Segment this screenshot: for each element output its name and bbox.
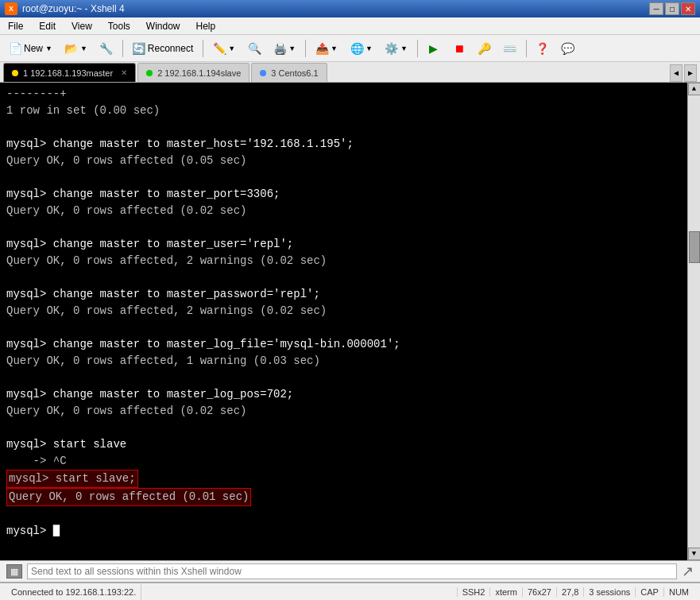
scrollbar-down[interactable]: ▼ — [688, 548, 701, 560]
menu-edit[interactable]: Edit — [31, 17, 64, 34]
tab-master[interactable]: 1 192.168.1.193master ✕ — [3, 63, 136, 82]
minimize-button[interactable]: ─ — [649, 2, 663, 15]
title-bar-text: X root@zuoyu:~ - Xshell 4 — [5, 2, 125, 15]
new-button[interactable]: 📄 New ▼ — [3, 38, 58, 59]
terminal-line-0: --------+ — [6, 87, 67, 100]
status-protocol: SSH2 — [457, 587, 490, 597]
transfer-icon: 📤 — [315, 42, 328, 55]
world-icon: 🌐 — [350, 42, 363, 55]
tab-bar: 1 192.168.1.193master ✕ 2 192.168.1.194s… — [0, 62, 700, 83]
terminal-line-10: Query OK, 0 rows affected, 2 warnings (0… — [6, 254, 327, 267]
app-icon: X — [5, 2, 17, 15]
macro-button[interactable]: ⚙️ ▼ — [380, 38, 413, 59]
properties-icon: 🔧 — [100, 42, 113, 55]
help-icon: ❓ — [536, 42, 549, 55]
title-label: root@zuoyu:~ - Xshell 4 — [22, 3, 125, 14]
keyboard-icon: ⌨️ — [504, 42, 516, 55]
print-dropdown-icon: ▼ — [288, 45, 296, 52]
status-right: SSH2 xterm 76x27 27,8 3 sessions CAP NUM — [457, 587, 694, 597]
scrollbar[interactable]: ▲ ▼ — [687, 83, 700, 560]
title-controls: ─ □ ✕ — [649, 2, 695, 15]
print-icon: 🖨️ — [273, 42, 286, 55]
scrollbar-track[interactable] — [688, 95, 700, 548]
status-bar: Connected to 192.168.1.193:22. SSH2 xter… — [0, 583, 700, 600]
terminal-line-26: mysql> █ — [6, 525, 60, 537]
session-send-button[interactable]: ↗ — [682, 563, 694, 580]
status-term: xterm — [489, 587, 522, 597]
world-button[interactable]: 🌐 ▼ — [345, 38, 378, 59]
world-dropdown-icon: ▼ — [365, 45, 373, 52]
help-button[interactable]: ❓ — [531, 38, 555, 59]
transfer-dropdown-icon: ▼ — [331, 45, 338, 52]
comment-icon: 💬 — [562, 42, 574, 55]
terminal-line-4: Query OK, 0 rows affected (0.05 sec) — [6, 154, 246, 167]
status-size: 76x27 — [522, 587, 556, 597]
new-dropdown-icon: ▼ — [45, 45, 52, 52]
status-cap: CAP — [635, 587, 663, 597]
tab-dot-master — [12, 70, 18, 76]
stop-button[interactable]: ⏹ — [447, 38, 471, 59]
tab-close-master[interactable]: ✕ — [121, 68, 127, 77]
terminal-line-19: Query OK, 0 rows affected (0.02 sec) — [6, 405, 246, 417]
scrollbar-up[interactable]: ▲ — [688, 83, 701, 95]
open-dropdown-icon: ▼ — [80, 45, 87, 52]
print-button[interactable]: 🖨️ ▼ — [268, 38, 301, 59]
compose-dropdown-icon: ▼ — [228, 45, 235, 52]
terminal-line-7: Query OK, 0 rows affected (0.02 sec) — [6, 204, 246, 217]
maximize-button[interactable]: □ — [665, 2, 679, 15]
terminal-line-15: mysql> change master to master_log_file=… — [6, 338, 400, 350]
tab-dot-centos — [260, 70, 266, 76]
title-bar: X root@zuoyu:~ - Xshell 4 ─ □ ✕ — [0, 0, 700, 17]
new-label: New — [24, 43, 43, 54]
macro-icon: ⚙️ — [385, 42, 398, 55]
menu-window[interactable]: Window — [138, 17, 188, 34]
transfer-button[interactable]: 📤 ▼ — [310, 38, 343, 59]
status-pos: 27,8 — [556, 587, 583, 597]
menu-view[interactable]: View — [64, 17, 100, 34]
menu-file[interactable]: File — [0, 17, 31, 34]
compose-button[interactable]: ✏️ ▼ — [207, 38, 241, 59]
comment-button[interactable]: 💬 — [556, 38, 580, 59]
find-button[interactable]: 🔍 — [242, 38, 266, 59]
tab-dot-slave — [146, 70, 153, 76]
terminal-line-21: mysql> start slave — [6, 438, 126, 451]
open-button[interactable]: 📂 ▼ — [60, 38, 93, 59]
scrollbar-thumb[interactable] — [689, 231, 700, 263]
find-icon: 🔍 — [248, 42, 261, 55]
menu-bar: File Edit View Tools Window Help — [0, 17, 700, 35]
toolbar: 📄 New ▼ 📂 ▼ 🔧 🔄 Reconnect ✏️ ▼ 🔍 🖨️ ▼ 📤 … — [0, 35, 700, 62]
separator-1 — [122, 40, 123, 57]
separator-4 — [417, 40, 418, 57]
tab-slave[interactable]: 2 192.168.1.194slave — [137, 63, 249, 82]
start-button[interactable]: ▶ — [422, 38, 446, 59]
tab-label-master: 1 192.168.1.193master — [23, 68, 113, 78]
status-sessions: 3 sessions — [583, 587, 635, 597]
keyboard-button[interactable]: ⌨️ — [498, 38, 522, 59]
key-icon: 🔑 — [478, 42, 491, 55]
terminal-line-1: 1 row in set (0.00 sec) — [6, 104, 160, 117]
stop-icon: ⏹ — [453, 42, 466, 55]
terminal-line-6: mysql> change master to master_port=3306… — [6, 188, 280, 200]
reconnect-button[interactable]: 🔄 Reconnect — [127, 38, 199, 59]
key-button[interactable]: 🔑 — [473, 38, 497, 59]
reconnect-icon: 🔄 — [133, 42, 145, 55]
status-num: NUM — [663, 587, 694, 597]
terminal-line-24: Query OK, 0 rows affected (0.01 sec) — [6, 488, 251, 506]
properties-button[interactable]: 🔧 — [95, 38, 118, 59]
tab-label-slave: 2 192.168.1.194slave — [157, 68, 241, 78]
tab-scroll-left[interactable]: ◀ — [670, 64, 683, 82]
terminal-line-23: mysql> start slave; — [6, 470, 138, 488]
macro-dropdown-icon: ▼ — [400, 45, 408, 52]
terminal-line-9: mysql> change master to master_user='rep… — [6, 238, 293, 250]
tab-centos[interactable]: 3 Centos6.1 — [251, 63, 327, 82]
session-input[interactable] — [27, 563, 677, 579]
terminal[interactable]: --------+ 1 row in set (0.00 sec) mysql>… — [0, 83, 687, 560]
terminal-wrapper: --------+ 1 row in set (0.00 sec) mysql>… — [0, 83, 700, 560]
tab-scroll-right[interactable]: ▶ — [684, 64, 697, 82]
close-button[interactable]: ✕ — [681, 2, 695, 15]
menu-help[interactable]: Help — [188, 17, 224, 34]
menu-tools[interactable]: Tools — [100, 17, 138, 34]
separator-5 — [526, 40, 527, 57]
session-bar: ▦ ↗ — [0, 560, 700, 583]
terminal-line-18: mysql> change master to master_log_pos=7… — [6, 388, 293, 401]
